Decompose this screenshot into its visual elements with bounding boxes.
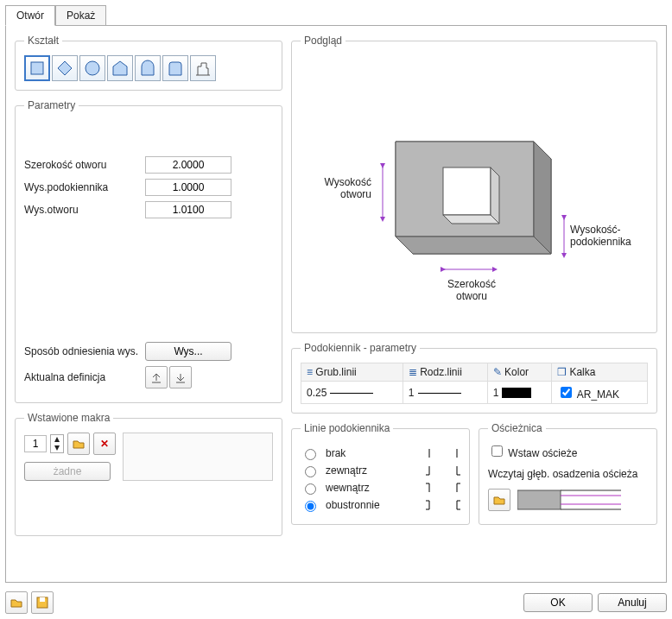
shape-arch[interactable] bbox=[135, 55, 161, 81]
col-color: ✎ Kolor bbox=[487, 363, 551, 382]
radio-both[interactable] bbox=[305, 501, 316, 512]
svg-marker-3 bbox=[113, 61, 127, 75]
label-width: Szerokość otworu bbox=[24, 159, 145, 171]
ref-button[interactable]: Wys... bbox=[145, 342, 231, 361]
macro-delete-icon[interactable]: ✕ bbox=[93, 433, 116, 455]
layer-checkbox[interactable] bbox=[561, 387, 572, 398]
sill-params-legend: Podokiennik - parametry bbox=[301, 342, 420, 354]
spin-down-icon[interactable]: ▾ bbox=[51, 444, 63, 452]
preview-legend: Podgląd bbox=[301, 35, 346, 47]
col-layer: ❒ Kalka bbox=[552, 363, 648, 382]
svg-rect-0 bbox=[31, 62, 43, 74]
shape-rect[interactable] bbox=[24, 55, 50, 81]
svg-point-2 bbox=[86, 61, 99, 75]
shape-diamond[interactable] bbox=[52, 55, 78, 81]
radio-outside[interactable] bbox=[305, 466, 316, 477]
label-current-def: Aktualna definicja bbox=[24, 371, 145, 383]
shape-custom[interactable] bbox=[190, 55, 216, 81]
sill-params-table[interactable]: ≡ Grub.linii ≣ Rodz.linii ✎ Kolor ❒ Kalk… bbox=[301, 363, 648, 404]
frame-group: Ościeżnica Wstaw ościeże Wczytaj głęb. o… bbox=[479, 422, 657, 525]
preview-height-label: Wysokość otworu bbox=[311, 176, 371, 200]
macro-open-icon[interactable] bbox=[67, 433, 90, 455]
frame-depth-label: Wczytaj głęb. osadzenia ościeża bbox=[488, 468, 648, 480]
params-legend: Parametry bbox=[24, 99, 79, 111]
def-up-icon[interactable] bbox=[145, 366, 168, 388]
svg-marker-12 bbox=[443, 215, 499, 224]
input-opening-height[interactable] bbox=[145, 201, 231, 218]
tab-show[interactable]: Pokaż bbox=[55, 5, 106, 26]
macros-legend: Wstawione makra bbox=[24, 412, 113, 424]
svg-marker-8 bbox=[534, 142, 551, 254]
insert-frame-checkbox[interactable] bbox=[491, 445, 503, 457]
svg-marker-1 bbox=[58, 61, 72, 75]
shape-rounded[interactable] bbox=[162, 55, 188, 81]
macro-none-button: żadne bbox=[24, 462, 111, 481]
params-group: Parametry Szerokość otworu Wys.podokienn… bbox=[15, 99, 282, 403]
footer-open-icon[interactable] bbox=[5, 591, 28, 614]
sill-params-group: Podokiennik - parametry ≡ Grub.linii ≣ R… bbox=[291, 342, 657, 414]
shape-pentagon[interactable] bbox=[107, 55, 133, 81]
shape-legend: Kształt bbox=[24, 35, 62, 47]
tab-opening[interactable]: Otwór bbox=[5, 5, 55, 26]
input-sill-height[interactable] bbox=[145, 179, 231, 196]
macro-preview bbox=[123, 433, 273, 481]
shape-group: Kształt bbox=[15, 35, 282, 91]
cancel-button[interactable]: Anuluj bbox=[598, 593, 667, 612]
svg-marker-11 bbox=[491, 167, 499, 224]
preview-sill-label: Wysokość-podokiennika bbox=[570, 224, 656, 248]
preview-group: Podgląd Wysok bbox=[291, 35, 657, 333]
svg-rect-10 bbox=[443, 167, 491, 215]
svg-rect-18 bbox=[517, 490, 561, 509]
sill-lines-group: Linie podokiennika brak zewnątrz wewnątr… bbox=[291, 422, 470, 525]
macros-group: Wstawione makra ▴ ▾ ✕ żadne bbox=[15, 412, 282, 536]
sill-lines-legend: Linie podokiennika bbox=[301, 422, 393, 434]
def-down-icon[interactable] bbox=[169, 366, 192, 388]
ok-button[interactable]: OK bbox=[523, 593, 593, 612]
label-sill-height: Wys.podokiennika bbox=[24, 181, 145, 193]
frame-preview-icon bbox=[517, 487, 621, 513]
table-row: 0.25 1 1 AR_MAK bbox=[301, 382, 648, 404]
col-line-width: ≡ Grub.linii bbox=[301, 363, 403, 382]
frame-open-icon[interactable] bbox=[488, 489, 510, 511]
macro-count[interactable] bbox=[24, 435, 47, 452]
input-width[interactable] bbox=[145, 156, 231, 174]
label-ref-method: Sposób odniesienia wys. bbox=[24, 345, 145, 357]
radio-inside[interactable] bbox=[305, 483, 316, 495]
footer-save-icon[interactable] bbox=[31, 591, 54, 614]
svg-marker-9 bbox=[396, 237, 551, 254]
col-line-type: ≣ Rodz.linii bbox=[403, 363, 487, 382]
label-opening-height: Wys.otworu bbox=[24, 204, 145, 216]
shape-circle[interactable] bbox=[79, 55, 105, 81]
preview-width-label: Szerokość otworu bbox=[437, 278, 506, 302]
frame-legend: Ościeżnica bbox=[488, 422, 546, 434]
radio-none[interactable] bbox=[305, 449, 316, 460]
svg-rect-24 bbox=[40, 597, 45, 602]
